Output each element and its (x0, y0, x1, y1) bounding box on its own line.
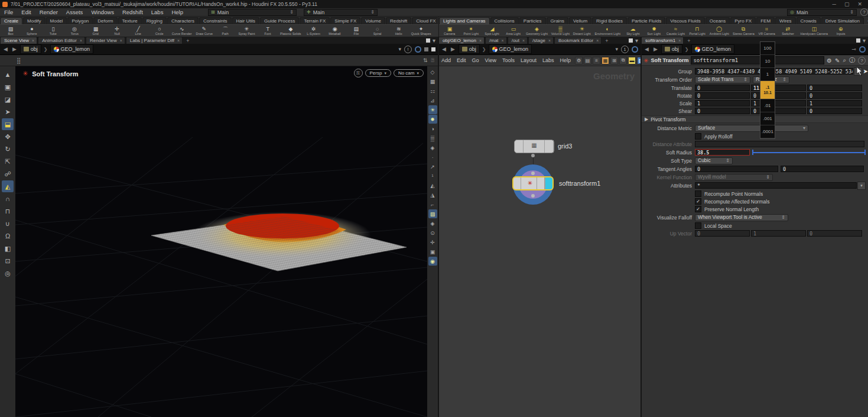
shelf-tool[interactable]: ⌗ VR Camera (756, 25, 777, 37)
soft-radius-field[interactable]: 38.5 (695, 149, 750, 156)
shelf-tool[interactable]: ⊓ Portal Light (687, 25, 708, 37)
select-arrow-tool[interactable]: ➤ (2, 106, 14, 118)
pane-pin-icon[interactable] (431, 47, 435, 51)
pose-tool[interactable]: ☍ (2, 168, 14, 180)
breadcrumb-root[interactable]: obj (661, 44, 682, 54)
menu-item[interactable]: File (0, 9, 17, 15)
rotate-tool[interactable]: ↻ (2, 143, 14, 155)
pane-menu-icon[interactable]: ▾ (863, 37, 866, 44)
translate-z-field[interactable]: 0 (807, 85, 862, 91)
shear-x-field[interactable]: 0 (695, 108, 750, 114)
shelf-tab[interactable]: Grains (547, 17, 569, 24)
snapshot-icon[interactable]: ! (404, 46, 412, 53)
pivot-transform-section[interactable]: ▶ Pivot Transform (641, 115, 868, 123)
menu-item[interactable]: Edit (17, 9, 35, 15)
shelf-tool[interactable]: ◢ Spot Light (482, 25, 503, 37)
shelf-tool[interactable]: ◈ Geometry Light (524, 25, 550, 37)
shelf-tool[interactable]: ▯ Tube (43, 25, 64, 37)
scale-y-field[interactable]: 1 (751, 100, 806, 106)
network-menu-item[interactable]: Layout (518, 57, 539, 63)
pane-maximize-icon[interactable] (629, 38, 633, 43)
shelf-tool[interactable]: ▧ Box (0, 25, 21, 37)
network-menu-item[interactable]: Go (469, 57, 482, 63)
volatile-select-tool[interactable]: ◪ (2, 93, 14, 105)
pane-menu-icon[interactable]: ▾ (635, 37, 638, 44)
shear-y-field[interactable]: 0 (751, 108, 806, 114)
shelf-tool[interactable]: ⌒ Path (214, 25, 236, 37)
shelf-tool[interactable]: ☁ Sky Light (622, 25, 643, 37)
pane-tab[interactable]: Bookmark Editor× (554, 37, 602, 44)
shelf-tool[interactable]: ⧉ Stereo Camera (731, 25, 756, 37)
transform-order-dropdown[interactable]: Scale Rot Trans⇕ (695, 76, 750, 83)
customize-wrench-icon[interactable]: ⚙ (575, 57, 583, 64)
pane-tab[interactable]: Animation Editor× (38, 37, 85, 44)
menu-item[interactable]: Help (167, 9, 187, 15)
projection-selector[interactable]: Persp▾ (365, 69, 391, 77)
rotate-y-field[interactable]: 0 (751, 92, 806, 99)
back-icon[interactable]: ◀ (441, 46, 447, 52)
shelf-tab[interactable]: Pyro FX (730, 17, 756, 24)
shelf-tab[interactable]: Create (0, 17, 22, 24)
secure-selection-toggle[interactable]: ⬓ (2, 118, 14, 130)
help-icon[interactable]: ⍰ (431, 57, 434, 64)
shelf-tab[interactable]: Collisions (490, 17, 519, 24)
path-dropdown-icon[interactable]: ▾ (615, 46, 618, 52)
stow-display-options[interactable]: ◇ (428, 67, 437, 76)
close-tab-icon[interactable]: × (120, 38, 122, 43)
right-desktop-selector[interactable]: ◎ Main ⇕ (787, 9, 857, 16)
shelf-tab[interactable]: Viscous Fluids (666, 17, 704, 24)
shelf-tool[interactable]: ✹ Sun Light (643, 25, 665, 37)
origin-gnomon-toggle[interactable]: ⊙ (428, 228, 437, 237)
transparency-toggle[interactable]: ◈ (428, 219, 437, 228)
shelf-tool[interactable]: ≋ Helix (388, 25, 409, 37)
new-pane-tab-button[interactable]: + (183, 38, 192, 44)
pane-splitter[interactable] (438, 37, 439, 417)
snap-prim-toggle[interactable]: ∪ (2, 218, 14, 229)
desktop-selector[interactable]: ⊞ Main ⇕ (208, 9, 297, 16)
menu-item[interactable]: Redshift (118, 9, 147, 15)
soft-type-dropdown[interactable]: Cubic⇕ (695, 157, 733, 164)
shelf-tab[interactable]: Vellum (569, 17, 591, 24)
menu-item[interactable]: Render (35, 9, 62, 15)
prim-hulls-toggle[interactable]: ◮ (428, 190, 437, 199)
scene-viewport[interactable]: ✳ Soft Transform ⚿ Persp▾ No cam▾ (15, 66, 427, 417)
shelf-tool[interactable]: ▭ Area Light (503, 25, 524, 37)
shelf-tab[interactable]: Deform (93, 17, 117, 24)
shelf-tool[interactable]: ○ Circle (149, 25, 170, 37)
node-output-connector[interactable] (531, 154, 535, 157)
ladder-rung[interactable]: 10 (760, 55, 775, 68)
network-menu-item[interactable]: Add (438, 57, 454, 63)
help-icon[interactable]: ? (860, 8, 868, 16)
forward-icon[interactable]: ▶ (450, 46, 456, 52)
back-icon[interactable]: ◀ (2, 46, 9, 52)
update-mode-icon[interactable] (859, 46, 866, 53)
distance-attribute-field[interactable] (695, 141, 864, 147)
node-softtransform1[interactable]: ✳ (512, 176, 554, 190)
ladder-rung[interactable]: 1 (760, 68, 775, 81)
node-grid3[interactable]: ▦ (514, 140, 554, 153)
ladder-rung[interactable]: .1 10.1 (760, 81, 775, 99)
menu-item[interactable]: Labs (147, 9, 168, 15)
rotate-x-field[interactable]: 0 (695, 92, 750, 99)
breadcrumb-node[interactable]: GEO_lemon (50, 44, 94, 54)
snap-grid-toggle[interactable]: ⊓ (2, 205, 14, 217)
shelf-tool[interactable]: ◯ Ambient Light (708, 25, 731, 37)
high-quality-lighting[interactable]: ◑ (428, 124, 437, 133)
network-menu-item[interactable]: Tools (499, 57, 518, 63)
shelf-tab[interactable]: Rigid Bodies (592, 17, 627, 24)
lock-view[interactable]: ⊿ (428, 96, 437, 105)
tangent-angle-1-field[interactable]: 0 (695, 166, 778, 172)
shelf-tab[interactable]: Characters (167, 17, 199, 24)
value-ladder[interactable]: 100 10 1 .1 10.1 .01 .001 .0001 (760, 41, 775, 139)
pane-tab[interactable]: /out× (508, 37, 528, 44)
scale-tool[interactable]: ⇱ (2, 156, 14, 167)
close-tab-icon[interactable]: × (32, 38, 34, 43)
scale-z-field[interactable]: 1 (807, 100, 862, 106)
menu-item[interactable]: Assets (62, 9, 87, 15)
sticky-note-icon[interactable]: ▬ (628, 57, 636, 64)
attributes-field[interactable]: * (695, 182, 857, 189)
shelf-tab[interactable]: Particle Fluids (628, 17, 665, 24)
info-icon[interactable]: ⓘ (849, 56, 855, 64)
shelf-tab[interactable]: Wires (775, 17, 795, 24)
shelf-tool[interactable]: ▣ Camera (439, 25, 460, 37)
